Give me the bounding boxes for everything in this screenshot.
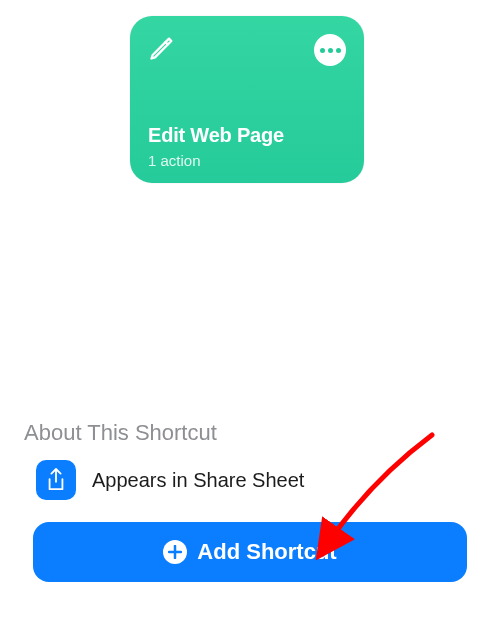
- shortcut-preview-screen: Edit Web Page 1 action About This Shortc…: [0, 0, 500, 637]
- ellipsis-icon: [320, 48, 325, 53]
- pencil-icon: [148, 34, 176, 62]
- shortcut-card[interactable]: Edit Web Page 1 action: [130, 16, 364, 183]
- add-shortcut-label: Add Shortcut: [197, 539, 336, 565]
- shortcut-title: Edit Web Page: [148, 124, 284, 147]
- more-options-button[interactable]: [314, 34, 346, 66]
- share-sheet-label: Appears in Share Sheet: [92, 469, 304, 492]
- share-sheet-row: Appears in Share Sheet: [36, 460, 304, 500]
- plus-circle-icon: [163, 540, 187, 564]
- add-shortcut-button[interactable]: Add Shortcut: [33, 522, 467, 582]
- about-heading: About This Shortcut: [24, 420, 217, 446]
- share-icon: [36, 460, 76, 500]
- shortcut-action-count: 1 action: [148, 152, 201, 169]
- card-top-row: [148, 34, 346, 66]
